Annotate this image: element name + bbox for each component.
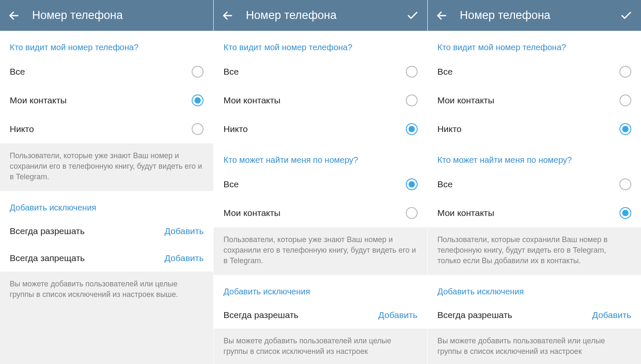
page-title: Номер телефона bbox=[32, 9, 206, 22]
radio-option[interactable]: Никто bbox=[0, 115, 213, 143]
radio-option[interactable]: Мои контакты bbox=[214, 199, 427, 227]
back-arrow-icon[interactable] bbox=[221, 9, 234, 22]
radio-label: Все bbox=[223, 179, 405, 189]
radio-label: Мои контакты bbox=[10, 95, 192, 105]
radio-label: Все bbox=[437, 179, 619, 189]
radio-option[interactable]: Все bbox=[428, 170, 641, 199]
section-footer-text: Вы можете добавить пользователей или цел… bbox=[428, 329, 641, 364]
radio-option[interactable]: Никто bbox=[428, 115, 641, 143]
section-footer-text: Вы можете добавить пользователей или цел… bbox=[0, 272, 213, 308]
screen: Номер телефонаКто видит мой номер телефо… bbox=[0, 0, 213, 364]
radio-icon[interactable] bbox=[406, 123, 418, 135]
exception-label: Всегда запрещать bbox=[10, 253, 165, 263]
radio-option[interactable]: Мои контакты bbox=[214, 86, 427, 115]
app-header: Номер телефона bbox=[0, 0, 213, 31]
exception-label: Всегда разрешать bbox=[223, 310, 378, 320]
radio-icon[interactable] bbox=[406, 207, 418, 219]
settings-section: Кто видит мой номер телефона?ВсеМои конт… bbox=[0, 31, 213, 143]
radio-label: Все bbox=[437, 67, 619, 77]
section-heading: Кто видит мой номер телефона? bbox=[214, 31, 427, 57]
radio-icon[interactable] bbox=[619, 207, 631, 219]
radio-icon[interactable] bbox=[619, 123, 631, 135]
radio-label: Все bbox=[223, 67, 405, 77]
radio-option[interactable]: Все bbox=[0, 57, 213, 86]
exception-row[interactable]: Всегда разрешатьДобавить bbox=[214, 302, 427, 329]
section-heading: Добавить исключения bbox=[214, 275, 427, 302]
radio-label: Никто bbox=[437, 124, 619, 134]
radio-icon[interactable] bbox=[406, 94, 418, 106]
app-header: Номер телефона bbox=[428, 0, 641, 31]
settings-section: Кто может найти меня по номеру?ВсеМои ко… bbox=[214, 143, 427, 227]
page-title: Номер телефона bbox=[460, 9, 619, 22]
exception-row[interactable]: Всегда разрешатьДобавить bbox=[428, 302, 641, 329]
radio-icon[interactable] bbox=[406, 66, 418, 78]
radio-option[interactable]: Все bbox=[214, 57, 427, 86]
settings-section: Добавить исключенияВсегда разрешатьДобав… bbox=[428, 275, 641, 329]
section-footer-text: Пользователи, которые сохранили Ваш номе… bbox=[428, 227, 641, 275]
confirm-check-icon[interactable] bbox=[405, 8, 420, 23]
settings-section: Кто видит мой номер телефона?ВсеМои конт… bbox=[428, 31, 641, 143]
radio-option[interactable]: Мои контакты bbox=[0, 86, 213, 115]
radio-label: Мои контакты bbox=[223, 95, 405, 105]
settings-section: Добавить исключенияВсегда разрешатьДобав… bbox=[0, 191, 213, 272]
section-footer-text: Пользователи, которые уже знают Ваш номе… bbox=[214, 227, 427, 275]
confirm-check-icon[interactable] bbox=[619, 8, 633, 23]
radio-label: Никто bbox=[10, 124, 192, 134]
settings-section: Кто видит мой номер телефона?ВсеМои конт… bbox=[214, 31, 427, 143]
settings-section: Кто может найти меня по номеру?ВсеМои ко… bbox=[428, 143, 641, 227]
section-footer-text: Вы можете добавить пользователей или цел… bbox=[214, 329, 427, 364]
content: Кто видит мой номер телефона?ВсеМои конт… bbox=[0, 31, 213, 364]
section-heading: Кто может найти меня по номеру? bbox=[428, 143, 641, 170]
content: Кто видит мой номер телефона?ВсеМои конт… bbox=[214, 31, 427, 364]
radio-icon[interactable] bbox=[619, 178, 631, 190]
section-heading: Добавить исключения bbox=[0, 191, 213, 218]
exception-label: Всегда разрешать bbox=[10, 226, 165, 236]
add-link[interactable]: Добавить bbox=[165, 226, 204, 236]
add-link[interactable]: Добавить bbox=[592, 310, 631, 320]
screen: Номер телефонаКто видит мой номер телефо… bbox=[427, 0, 641, 364]
radio-option[interactable]: Мои контакты bbox=[428, 199, 641, 227]
radio-icon[interactable] bbox=[619, 94, 631, 106]
settings-section: Добавить исключенияВсегда разрешатьДобав… bbox=[214, 275, 427, 329]
exception-label: Всегда разрешать bbox=[437, 310, 592, 320]
radio-option[interactable]: Все bbox=[214, 170, 427, 199]
section-footer-text: Пользователи, которые уже знают Ваш номе… bbox=[0, 143, 213, 191]
page-title: Номер телефона bbox=[246, 9, 405, 22]
add-link[interactable]: Добавить bbox=[165, 253, 204, 263]
radio-icon[interactable] bbox=[192, 94, 204, 106]
radio-icon[interactable] bbox=[406, 178, 418, 190]
exception-row[interactable]: Всегда запрещатьДобавить bbox=[0, 245, 213, 272]
section-heading: Кто видит мой номер телефона? bbox=[428, 31, 641, 57]
radio-icon[interactable] bbox=[192, 66, 204, 78]
section-heading: Кто видит мой номер телефона? bbox=[0, 31, 213, 57]
radio-label: Никто bbox=[223, 124, 405, 134]
radio-label: Все bbox=[10, 67, 192, 77]
radio-icon[interactable] bbox=[192, 123, 204, 135]
section-heading: Кто может найти меня по номеру? bbox=[214, 143, 427, 170]
radio-label: Мои контакты bbox=[437, 95, 619, 105]
radio-option[interactable]: Все bbox=[428, 57, 641, 86]
radio-label: Мои контакты bbox=[223, 208, 405, 218]
back-arrow-icon[interactable] bbox=[435, 9, 448, 22]
content: Кто видит мой номер телефона?ВсеМои конт… bbox=[428, 31, 641, 364]
radio-icon[interactable] bbox=[619, 66, 631, 78]
screen: Номер телефонаКто видит мой номер телефо… bbox=[213, 0, 427, 364]
radio-option[interactable]: Никто bbox=[214, 115, 427, 143]
app-header: Номер телефона bbox=[214, 0, 427, 31]
add-link[interactable]: Добавить bbox=[378, 310, 418, 320]
radio-option[interactable]: Мои контакты bbox=[428, 86, 641, 115]
radio-label: Мои контакты bbox=[437, 208, 619, 218]
back-arrow-icon[interactable] bbox=[8, 9, 20, 22]
exception-row[interactable]: Всегда разрешатьДобавить bbox=[0, 218, 213, 245]
section-heading: Добавить исключения bbox=[428, 275, 641, 302]
